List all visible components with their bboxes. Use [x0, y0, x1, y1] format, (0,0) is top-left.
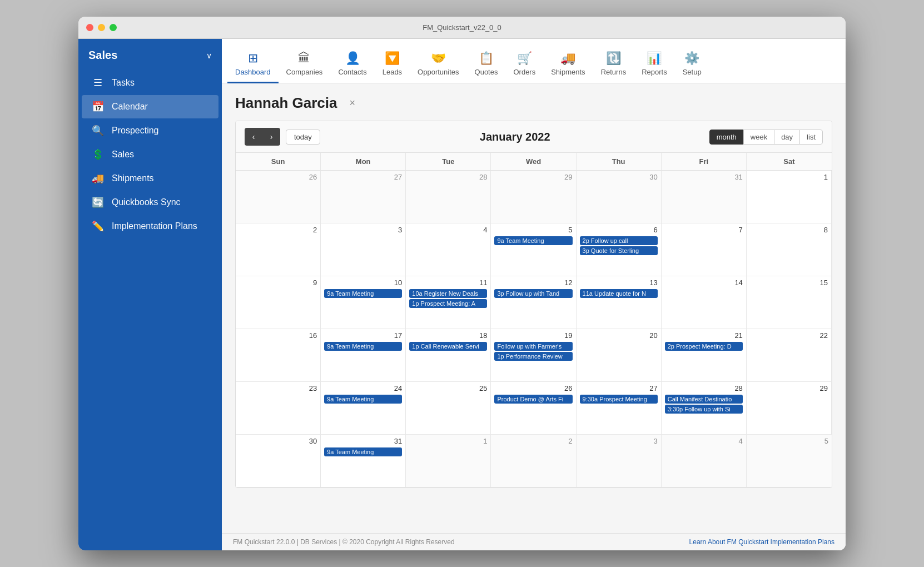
cal-cell-w3d2[interactable]: 181p Call Renewable Servi — [406, 329, 491, 382]
cal-cell-w0d1[interactable]: 27 — [321, 171, 406, 223]
cal-header-mon: Mon — [321, 153, 406, 171]
cal-cell-w4d4[interactable]: 279:30a Prospect Meeting — [577, 382, 662, 435]
cal-event[interactable]: 9a Team Meeting — [494, 236, 572, 245]
cal-event[interactable]: 1p Call Renewable Servi — [409, 342, 487, 351]
cal-event[interactable]: 2p Follow up call — [580, 236, 658, 245]
sidebar-item-quickbooks[interactable]: 🔄Quickbooks Sync — [82, 191, 218, 214]
nav-item-leads[interactable]: 🔽Leads — [375, 47, 410, 83]
nav-item-setup[interactable]: ⚙️Setup — [675, 47, 709, 83]
cal-cell-w1d4[interactable]: 62p Follow up call3p Quote for Sterling — [577, 223, 662, 276]
cal-event[interactable]: 1p Performance Review — [494, 352, 572, 361]
cal-view-month-btn[interactable]: month — [709, 130, 744, 145]
cal-view-list-btn[interactable]: list — [799, 130, 823, 145]
cal-date-label: 5 — [494, 226, 572, 234]
cal-cell-w4d2[interactable]: 25 — [406, 382, 491, 435]
cal-cell-w3d6[interactable]: 22 — [747, 329, 832, 382]
cal-cell-w0d3[interactable]: 29 — [491, 171, 576, 223]
sidebar-item-sales[interactable]: 💲Sales — [82, 143, 218, 166]
cal-event[interactable]: Follow up with Farmer's — [494, 342, 572, 351]
sidebar-chevron-icon[interactable]: ∨ — [206, 51, 212, 60]
cal-header-fri: Fri — [662, 153, 747, 171]
cal-cell-w2d0[interactable]: 9 — [236, 276, 321, 329]
cal-event[interactable]: 2p Prospect Meeting: D — [665, 342, 743, 351]
cal-cell-w5d6[interactable]: 5 — [747, 435, 832, 488]
close-user-btn[interactable]: × — [346, 96, 359, 110]
nav-item-quotes[interactable]: 📋Quotes — [467, 47, 506, 83]
cal-event[interactable]: 9a Team Meeting — [324, 395, 402, 404]
cal-cell-w2d2[interactable]: 1110a Register New Deals1p Prospect Meet… — [406, 276, 491, 329]
cal-cell-w3d4[interactable]: 20 — [577, 329, 662, 382]
cal-cell-w0d5[interactable]: 31 — [662, 171, 747, 223]
cal-cell-w5d2[interactable]: 1 — [406, 435, 491, 488]
cal-cell-w1d6[interactable]: 8 — [747, 223, 832, 276]
sidebar-item-calendar[interactable]: 📅Calendar — [82, 95, 218, 118]
calendar-next-btn[interactable]: › — [262, 128, 280, 146]
nav-item-companies[interactable]: 🏛Companies — [279, 47, 331, 83]
calendar-prev-btn[interactable]: ‹ — [245, 128, 262, 146]
cal-cell-w2d5[interactable]: 14 — [662, 276, 747, 329]
cal-event[interactable]: 3:30p Follow up with Si — [665, 405, 743, 414]
sidebar-item-shipments[interactable]: 🚚Shipments — [82, 167, 218, 190]
cal-event[interactable]: 9a Team Meeting — [324, 289, 402, 298]
close-window-btn[interactable] — [86, 24, 93, 31]
cal-cell-w4d6[interactable]: 29 — [747, 382, 832, 435]
cal-cell-w0d6[interactable]: 1 — [747, 171, 832, 223]
calendar-today-btn[interactable]: today — [286, 130, 320, 145]
cal-cell-w5d0[interactable]: 30 — [236, 435, 321, 488]
cal-cell-w1d2[interactable]: 4 — [406, 223, 491, 276]
prospecting-icon: 🔍 — [92, 125, 104, 137]
cal-cell-w4d1[interactable]: 249a Team Meeting — [321, 382, 406, 435]
reports-nav-icon: 📊 — [647, 51, 662, 66]
cal-event[interactable]: Call Manifest Destinatio — [665, 395, 743, 404]
cal-event[interactable]: 1p Prospect Meeting: A — [409, 299, 487, 308]
cal-view-day-btn[interactable]: day — [774, 130, 800, 145]
cal-event[interactable]: 3p Follow up with Tand — [494, 289, 572, 298]
cal-cell-w3d1[interactable]: 179a Team Meeting — [321, 329, 406, 382]
cal-cell-w4d3[interactable]: 26Product Demo @ Arts Fi — [491, 382, 576, 435]
cal-cell-w3d5[interactable]: 212p Prospect Meeting: D — [662, 329, 747, 382]
cal-cell-w4d0[interactable]: 23 — [236, 382, 321, 435]
nav-item-reports[interactable]: 📊Reports — [634, 47, 675, 83]
footer-link[interactable]: Learn About FM Quickstart Implementation… — [689, 538, 834, 546]
cal-cell-w3d0[interactable]: 16 — [236, 329, 321, 382]
maximize-window-btn[interactable] — [110, 24, 117, 31]
nav-item-orders[interactable]: 🛒Orders — [505, 47, 543, 83]
cal-event[interactable]: 3p Quote for Sterling — [580, 246, 658, 255]
cal-event[interactable]: Product Demo @ Arts Fi — [494, 395, 572, 404]
sidebar-item-label: Tasks — [112, 78, 135, 88]
cal-cell-w2d3[interactable]: 123p Follow up with Tand — [491, 276, 576, 329]
cal-cell-w2d1[interactable]: 109a Team Meeting — [321, 276, 406, 329]
nav-item-shipments[interactable]: 🚚Shipments — [543, 47, 593, 83]
cal-event[interactable]: 9a Team Meeting — [324, 447, 402, 456]
cal-cell-w5d5[interactable]: 4 — [662, 435, 747, 488]
implementation-icon: ✏️ — [92, 220, 104, 232]
sidebar-item-prospecting[interactable]: 🔍Prospecting — [82, 119, 218, 142]
cal-view-week-btn[interactable]: week — [743, 130, 774, 145]
cal-cell-w4d5[interactable]: 28Call Manifest Destinatio3:30p Follow u… — [662, 382, 747, 435]
cal-cell-w0d0[interactable]: 26 — [236, 171, 321, 223]
sidebar-item-tasks[interactable]: ☰Tasks — [82, 71, 218, 94]
cal-event[interactable]: 10a Register New Deals — [409, 289, 487, 298]
nav-item-returns[interactable]: 🔃Returns — [593, 47, 634, 83]
cal-event[interactable]: 9a Team Meeting — [324, 342, 402, 351]
cal-date-label: 9 — [239, 278, 317, 287]
nav-item-contacts[interactable]: 👤Contacts — [330, 47, 374, 83]
cal-cell-w5d1[interactable]: 319a Team Meeting — [321, 435, 406, 488]
cal-cell-w1d3[interactable]: 59a Team Meeting — [491, 223, 576, 276]
cal-event[interactable]: 9:30a Prospect Meeting — [580, 395, 658, 404]
cal-cell-w5d3[interactable]: 2 — [491, 435, 576, 488]
cal-cell-w3d3[interactable]: 19Follow up with Farmer's1p Performance … — [491, 329, 576, 382]
cal-cell-w5d4[interactable]: 3 — [577, 435, 662, 488]
cal-cell-w0d4[interactable]: 30 — [577, 171, 662, 223]
cal-cell-w0d2[interactable]: 28 — [406, 171, 491, 223]
nav-item-dashboard[interactable]: ⊞Dashboard — [227, 47, 279, 83]
cal-cell-w1d1[interactable]: 3 — [321, 223, 406, 276]
cal-event[interactable]: 11a Update quote for N — [580, 289, 658, 298]
cal-cell-w2d4[interactable]: 1311a Update quote for N — [577, 276, 662, 329]
nav-item-opportunites[interactable]: 🤝Opportunites — [410, 47, 466, 83]
sidebar-item-implementation[interactable]: ✏️Implementation Plans — [82, 215, 218, 238]
cal-cell-w1d0[interactable]: 2 — [236, 223, 321, 276]
minimize-window-btn[interactable] — [98, 24, 105, 31]
cal-cell-w2d6[interactable]: 15 — [747, 276, 832, 329]
cal-cell-w1d5[interactable]: 7 — [662, 223, 747, 276]
